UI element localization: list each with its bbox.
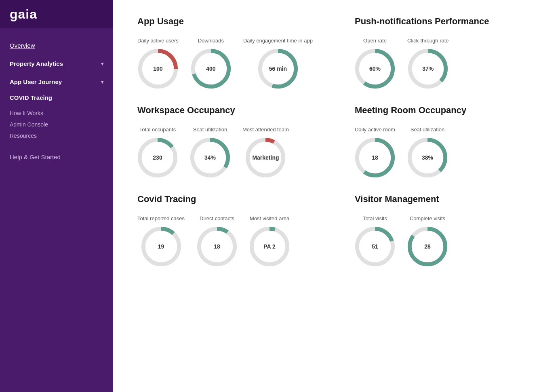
donut-value: 18 <box>372 154 378 161</box>
donut-open-rate: 60% <box>355 48 395 89</box>
section-title-visitor-management: Visitor Management <box>355 194 540 204</box>
metric-click-through-rate: Click-through rate 37% <box>407 31 449 89</box>
section-covid-tracing: Covid Tracing Total reported cases 19 <box>137 194 322 267</box>
metrics-row-meeting-room-occupancy: Daily active room 18 Seat utilization <box>355 120 540 178</box>
donut-seat-utilization-mr: 38% <box>407 137 448 178</box>
metric-engagement-time: Daily engagement time in app 56 min <box>243 31 313 89</box>
metric-label: Downloads <box>198 31 224 44</box>
metrics-row-workspace-occupancy: Total occupants 230 Seat utilization <box>137 120 322 178</box>
metric-daily-active-users: Daily active users 100 <box>137 31 179 89</box>
sidebar-item-covid-tracing[interactable]: COVID Tracing <box>0 91 113 104</box>
metric-label: Total visits <box>363 209 387 221</box>
metrics-row-visitor-management: Total visits 51 Complete visits <box>355 209 540 267</box>
donut-value: 230 <box>153 154 162 161</box>
donut-value: 37% <box>422 65 434 72</box>
donut-most-attended-team: Marketing <box>245 137 286 178</box>
metric-label: Daily active room <box>355 120 395 133</box>
metric-label: Daily engagement time in app <box>243 31 313 44</box>
donut-total-reported-cases: 19 <box>141 226 181 267</box>
metric-open-rate: Open rate 60% <box>355 31 395 89</box>
metric-seat-utilization-mr: Seat utilization 38% <box>407 120 448 178</box>
donut-complete-visits: 28 <box>407 226 448 267</box>
donut-value: 28 <box>424 243 431 250</box>
donut-value: 56 min <box>269 65 287 72</box>
sidebar-item-help[interactable]: Help & Get Started <box>0 148 113 166</box>
metrics-row-app-usage: Daily active users 100 Downloads <box>137 31 322 89</box>
metric-total-occupants: Total occupants 230 <box>137 120 178 178</box>
metric-label: Total reported cases <box>137 209 185 221</box>
donut-value: 18 <box>214 243 220 250</box>
donut-downloads: 400 <box>191 48 231 89</box>
donut-value: 60% <box>369 65 381 72</box>
section-visitor-management: Visitor Management Total visits 51 Com <box>355 194 540 267</box>
sidebar-item-admin-console[interactable]: Admin Console <box>0 119 113 130</box>
metrics-row-covid-tracing: Total reported cases 19 Direct contacts <box>137 209 322 267</box>
sidebar-nav: Overview Property Analytics ▾ App User J… <box>0 28 113 392</box>
chevron-down-icon: ▾ <box>101 61 103 67</box>
sidebar-item-how-it-works[interactable]: How It Works <box>0 107 113 119</box>
metric-seat-utilization-ws: Seat utilization 34% <box>190 120 230 178</box>
donut-total-visits: 51 <box>355 226 395 267</box>
metric-label: Daily active users <box>137 31 179 44</box>
section-title-push-notifications: Push-notifications Performance <box>355 16 540 27</box>
donut-value: 400 <box>206 65 215 72</box>
section-meeting-room-occupancy: Meeting Room Occupancy Daily active room… <box>355 105 540 178</box>
sidebar-item-app-user-journey[interactable]: App User Journey ▾ <box>0 73 113 91</box>
metric-label: Seat utilization <box>411 120 445 133</box>
section-title-meeting-room-occupancy: Meeting Room Occupancy <box>355 105 540 116</box>
sections-grid: App Usage Daily active users 100 Downl <box>137 16 540 283</box>
donut-value: 19 <box>158 243 164 250</box>
donut-value: 34% <box>204 154 216 161</box>
metrics-row-push-notifications: Open rate 60% Click-through rate <box>355 31 540 89</box>
metric-label: Seat utilization <box>193 120 227 133</box>
main-content: App Usage Daily active users 100 Downl <box>113 0 560 392</box>
sidebar-item-overview[interactable]: Overview <box>0 36 113 55</box>
metric-label: Click-through rate <box>407 31 449 44</box>
donut-total-occupants: 230 <box>137 137 178 178</box>
donut-value: 38% <box>422 154 433 161</box>
section-title-app-usage: App Usage <box>137 16 322 27</box>
section-push-notifications: Push-notifications Performance Open rate… <box>355 16 540 89</box>
donut-most-visited-area: PA 2 <box>249 226 290 267</box>
metric-complete-visits: Complete visits 28 <box>407 209 448 267</box>
section-title-covid-tracing: Covid Tracing <box>137 194 322 204</box>
section-title-workspace-occupancy: Workspace Occupancy <box>137 105 322 116</box>
metric-label: Total occupants <box>139 120 176 133</box>
metric-label: Most attended team <box>242 120 289 133</box>
sidebar-item-property-analytics[interactable]: Property Analytics ▾ <box>0 55 113 73</box>
metric-label: Direct contacts <box>200 209 234 221</box>
metric-direct-contacts: Direct contacts 18 <box>197 209 237 267</box>
metric-most-attended-team: Most attended team Marketing <box>242 120 289 178</box>
sidebar: gaia Overview Property Analytics ▾ App U… <box>0 0 113 392</box>
metric-label: Open rate <box>363 31 387 44</box>
logo: gaia <box>10 7 37 22</box>
donut-seat-utilization-ws: 34% <box>190 137 230 178</box>
section-app-usage: App Usage Daily active users 100 Downl <box>137 16 322 89</box>
donut-daily-active-room: 18 <box>355 137 395 178</box>
donut-click-through: 37% <box>408 48 448 89</box>
chevron-down-icon: ▾ <box>101 79 103 85</box>
metric-label: Most visited area <box>250 209 289 221</box>
section-workspace-occupancy: Workspace Occupancy Total occupants 230 <box>137 105 322 178</box>
donut-value: 100 <box>153 65 162 72</box>
donut-engagement-time: 56 min <box>258 48 298 89</box>
metric-downloads: Downloads 400 <box>191 31 231 89</box>
metric-daily-active-room: Daily active room 18 <box>355 120 395 178</box>
donut-daily-active-users: 100 <box>138 48 178 89</box>
sidebar-header: gaia <box>0 0 113 28</box>
metric-most-visited-area: Most visited area PA 2 <box>249 209 290 267</box>
metric-total-reported-cases: Total reported cases 19 <box>137 209 185 267</box>
sidebar-item-resources[interactable]: Resources <box>0 130 113 141</box>
donut-direct-contacts: 18 <box>197 226 237 267</box>
donut-value: 51 <box>372 243 378 250</box>
donut-value: PA 2 <box>263 243 276 250</box>
metric-total-visits: Total visits 51 <box>355 209 395 267</box>
donut-value: Marketing <box>252 154 279 161</box>
metric-label: Complete visits <box>410 209 445 221</box>
